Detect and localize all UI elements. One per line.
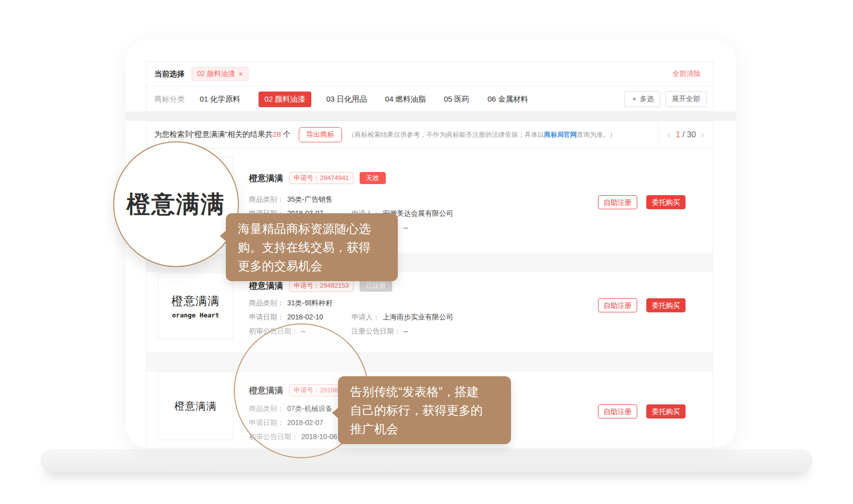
export-trademark-button[interactable]: 导出商标: [299, 127, 342, 142]
application-number-tag: 申请号：29474941: [289, 172, 354, 184]
results-summary-prefix: 为您检索到“橙意满满”相关的结果共: [154, 130, 273, 138]
results-count: 28: [273, 130, 281, 138]
disclaimer-suffix: 查询为准。）: [577, 131, 616, 138]
results-header: 为您检索到“橙意满满”相关的结果共28 个 导出商标 （商标检索结果仅供参考，不…: [146, 121, 713, 148]
category-item-06[interactable]: 06 金属材料: [487, 95, 528, 104]
self-register-button[interactable]: 自助注册: [598, 195, 637, 209]
callout-trade-feature: 海量精品商标资源随心选 购。支持在线交易，获得 更多的交易机会: [226, 213, 398, 281]
apply-date-value: 2018-02-10: [287, 313, 323, 321]
trademark-office-link[interactable]: 商标局官网: [544, 131, 577, 138]
trademark-image: 橙意满满 orange Heart: [158, 273, 233, 339]
row-actions: 自助注册 委托购买: [598, 298, 686, 312]
application-number-value: 29482153: [320, 282, 349, 289]
zoom-circle-trademark: 橙意满满: [113, 141, 239, 267]
trademark-name: 橙意满满: [249, 173, 283, 184]
category-bar-label: 商标分类: [154, 95, 185, 104]
multi-select-button[interactable]: ＋ 多选: [624, 91, 660, 107]
category-value: 31类-饲料种籽: [287, 299, 332, 307]
applicant-label: 申请人：: [352, 313, 380, 321]
row-gap: [146, 353, 713, 372]
callout-tail-icon: [332, 407, 338, 418]
apply-date-label: 申请日期：: [249, 313, 284, 321]
page: 当前选择 02 颜料油漆 × 全部清除 商标分类 01 化学原料 02 颜料油漆…: [0, 0, 853, 504]
row-actions: 自助注册 委托购买: [598, 404, 686, 418]
applicant-value: 上海雨步实业有限公司: [383, 313, 453, 321]
category-label: 商品类别：: [249, 195, 284, 203]
disclaimer-prefix: （商标检索结果仅供参考，不作为商标能否注册的法律依据；具体以: [348, 131, 544, 138]
page-indicator: 1 / 30: [675, 130, 696, 139]
current-selection-row: 当前选择 02 颜料油漆 × 全部清除: [146, 62, 713, 86]
callout-tail-icon: [220, 230, 226, 241]
application-number-value: 29474941: [320, 174, 349, 182]
application-number-label: 申请号：: [294, 282, 320, 289]
category-item-03[interactable]: 03 日化用品: [326, 95, 367, 104]
reg-publication-value: –: [404, 223, 408, 231]
trademark-image-text: 橙意满满: [172, 293, 220, 309]
trademark-image-text: 橙意满满: [175, 399, 217, 413]
results-summary: 为您检索到“橙意满满”相关的结果共28 个: [154, 130, 291, 139]
status-badge: 已注册: [360, 280, 392, 292]
application-number-label: 申请号：: [294, 174, 320, 182]
callout-promo-feature: 告别传统“发表格”，搭建 自己的标行，获得更多的 推广机会: [338, 376, 511, 444]
current-page: 1: [675, 130, 680, 139]
callout-text: 告别传统“发表格”，搭建 自己的标行，获得更多的 推广机会: [350, 385, 483, 436]
results-summary-suffix: 个: [281, 130, 291, 138]
self-register-button[interactable]: 自助注册: [598, 404, 637, 418]
expand-all-button[interactable]: 展开全部: [665, 91, 707, 107]
remove-filter-icon[interactable]: ×: [238, 70, 242, 78]
disclaimer-text: （商标检索结果仅供参考，不作为商标能否注册的法律依据；具体以商标局官网查询为准。…: [348, 130, 616, 139]
callout-text: 海量精品商标资源随心选 购。支持在线交易，获得 更多的交易机会: [238, 222, 371, 273]
category-item-01[interactable]: 01 化学原料: [200, 95, 240, 104]
page-separator: /: [683, 130, 685, 139]
reg-publication-label: 注册公告日期：: [352, 327, 401, 335]
status-badge: 无效: [360, 172, 386, 184]
trademark-image-subtext: orange Heart: [172, 311, 219, 319]
total-pages: 30: [687, 130, 696, 139]
category-value: 35类-广告销售: [287, 195, 332, 203]
self-register-button[interactable]: 自助注册: [598, 298, 637, 312]
selected-filter-tag[interactable]: 02 颜料油漆 ×: [192, 67, 248, 81]
pagination: ‹ 1 / 30 ›: [658, 121, 713, 148]
entrust-purchase-button[interactable]: 委托购买: [646, 404, 686, 418]
result-row-2: 橙意满满 orange Heart 橙意满满 申请号：29482153 已注册 …: [146, 272, 713, 353]
entrust-purchase-button[interactable]: 委托购买: [646, 195, 686, 209]
magnified-trademark-text: 橙意满满: [127, 189, 225, 220]
application-number-tag: 申请号：29482153: [289, 280, 354, 292]
device-base-shadow: [40, 449, 813, 472]
category-item-04[interactable]: 04 燃料油脂: [385, 95, 426, 104]
next-page-icon[interactable]: ›: [701, 129, 704, 140]
clear-all-link[interactable]: 全部清除: [672, 69, 701, 78]
entrust-purchase-button[interactable]: 委托购买: [646, 298, 686, 312]
trademark-image: 橙意满满: [158, 372, 233, 440]
current-selection-label: 当前选择: [154, 69, 185, 79]
row-actions: 自助注册 委托购买: [598, 195, 686, 209]
category-label: 商品类别：: [249, 299, 284, 307]
selected-filter-tag-text: 02 颜料油漆: [197, 69, 235, 78]
trademark-name: 橙意满满: [249, 280, 283, 292]
category-row: 商标分类 01 化学原料 02 颜料油漆 03 日化用品 04 燃料油脂 05 …: [146, 87, 713, 112]
category-item-05[interactable]: 05 医药: [444, 95, 469, 104]
section-gap: [126, 112, 736, 121]
category-item-02-active[interactable]: 02 颜料油漆: [259, 92, 311, 107]
prev-page-icon[interactable]: ‹: [667, 129, 670, 140]
reg-publication-value: –: [404, 327, 408, 335]
filter-card: 当前选择 02 颜料油漆 × 全部清除 商标分类 01 化学原料 02 颜料油漆…: [146, 61, 713, 112]
